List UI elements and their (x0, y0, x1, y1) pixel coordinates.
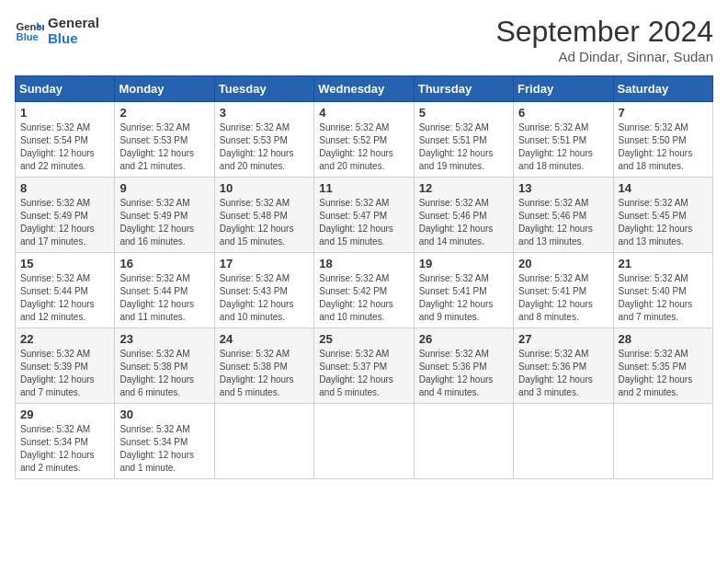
day-number: 17 (220, 257, 309, 270)
calendar-cell: 30Sunrise: 5:32 AM Sunset: 5:34 PM Dayli… (115, 404, 214, 479)
calendar-cell: 2Sunrise: 5:32 AM Sunset: 5:53 PM Daylig… (115, 102, 214, 178)
day-detail: Sunrise: 5:32 AM Sunset: 5:48 PM Dayligh… (220, 197, 309, 248)
calendar-cell: 22Sunrise: 5:32 AM Sunset: 5:39 PM Dayli… (16, 328, 115, 404)
calendar-cell: 27Sunrise: 5:32 AM Sunset: 5:36 PM Dayli… (514, 328, 613, 404)
day-number: 6 (518, 106, 608, 120)
day-detail: Sunrise: 5:32 AM Sunset: 5:44 PM Dayligh… (119, 272, 209, 324)
day-detail: Sunrise: 5:32 AM Sunset: 5:47 PM Dayligh… (319, 197, 408, 248)
calendar-cell: 7Sunrise: 5:32 AM Sunset: 5:50 PM Daylig… (613, 102, 712, 178)
day-detail: Sunrise: 5:32 AM Sunset: 5:40 PM Dayligh… (619, 272, 708, 324)
title-block: September 2024 Ad Dindar, Sinnar, Sudan (495, 15, 713, 64)
calendar-body: 1Sunrise: 5:32 AM Sunset: 5:54 PM Daylig… (16, 102, 713, 479)
calendar-cell: 14Sunrise: 5:32 AM Sunset: 5:45 PM Dayli… (613, 178, 712, 253)
header: General Blue General Blue September 2024… (15, 15, 713, 64)
day-number: 10 (220, 181, 309, 195)
day-number: 21 (619, 257, 708, 270)
day-number: 22 (20, 332, 109, 346)
calendar-cell: 11Sunrise: 5:32 AM Sunset: 5:47 PM Dayli… (314, 178, 414, 253)
day-detail: Sunrise: 5:32 AM Sunset: 5:54 PM Dayligh… (20, 121, 109, 173)
calendar-cell: 13Sunrise: 5:32 AM Sunset: 5:46 PM Dayli… (514, 178, 613, 253)
day-number: 16 (119, 257, 209, 270)
day-number: 1 (20, 106, 109, 120)
day-detail: Sunrise: 5:32 AM Sunset: 5:52 PM Dayligh… (319, 121, 408, 173)
day-number: 27 (518, 332, 608, 346)
day-detail: Sunrise: 5:32 AM Sunset: 5:39 PM Dayligh… (20, 348, 109, 399)
day-detail: Sunrise: 5:32 AM Sunset: 5:38 PM Dayligh… (220, 348, 309, 399)
day-number: 14 (619, 181, 708, 195)
day-number: 23 (119, 332, 209, 346)
day-number: 18 (319, 257, 408, 270)
day-detail: Sunrise: 5:32 AM Sunset: 5:41 PM Dayligh… (419, 272, 508, 324)
calendar-cell: 25Sunrise: 5:32 AM Sunset: 5:37 PM Dayli… (314, 328, 414, 404)
day-number: 2 (119, 106, 209, 120)
calendar-cell: 24Sunrise: 5:32 AM Sunset: 5:38 PM Dayli… (214, 328, 313, 404)
logo: General Blue General Blue (15, 15, 99, 46)
day-number: 5 (419, 106, 508, 120)
day-number: 30 (119, 408, 209, 421)
day-number: 9 (119, 181, 209, 195)
day-number: 28 (619, 332, 708, 346)
day-detail: Sunrise: 5:32 AM Sunset: 5:36 PM Dayligh… (419, 348, 508, 399)
calendar-cell (414, 404, 513, 479)
calendar-cell (314, 404, 414, 479)
day-number: 26 (419, 332, 508, 346)
weekday-header-saturday: Saturday (613, 76, 712, 102)
day-detail: Sunrise: 5:32 AM Sunset: 5:34 PM Dayligh… (119, 423, 209, 475)
calendar-cell (613, 404, 712, 479)
day-number: 11 (319, 181, 408, 195)
calendar-cell: 9Sunrise: 5:32 AM Sunset: 5:49 PM Daylig… (115, 178, 214, 253)
calendar-cell: 29Sunrise: 5:32 AM Sunset: 5:34 PM Dayli… (16, 404, 115, 479)
calendar-cell: 15Sunrise: 5:32 AM Sunset: 5:44 PM Dayli… (16, 253, 115, 328)
calendar-cell: 5Sunrise: 5:32 AM Sunset: 5:51 PM Daylig… (414, 102, 513, 178)
calendar-week-row: 22Sunrise: 5:32 AM Sunset: 5:39 PM Dayli… (16, 328, 713, 404)
logo-general: General (48, 15, 99, 30)
day-detail: Sunrise: 5:32 AM Sunset: 5:44 PM Dayligh… (20, 272, 109, 324)
calendar-table: SundayMondayTuesdayWednesdayThursdayFrid… (15, 75, 713, 479)
calendar-week-row: 15Sunrise: 5:32 AM Sunset: 5:44 PM Dayli… (16, 253, 713, 328)
calendar-cell: 8Sunrise: 5:32 AM Sunset: 5:49 PM Daylig… (16, 178, 115, 253)
day-number: 4 (319, 106, 408, 120)
day-number: 20 (518, 257, 608, 270)
day-detail: Sunrise: 5:32 AM Sunset: 5:41 PM Dayligh… (518, 272, 608, 324)
calendar-cell: 20Sunrise: 5:32 AM Sunset: 5:41 PM Dayli… (514, 253, 613, 328)
calendar-cell: 19Sunrise: 5:32 AM Sunset: 5:41 PM Dayli… (414, 253, 513, 328)
calendar-cell: 23Sunrise: 5:32 AM Sunset: 5:38 PM Dayli… (115, 328, 214, 404)
calendar-cell: 3Sunrise: 5:32 AM Sunset: 5:53 PM Daylig… (214, 102, 313, 178)
calendar-cell: 28Sunrise: 5:32 AM Sunset: 5:35 PM Dayli… (613, 328, 712, 404)
day-number: 3 (220, 106, 309, 120)
day-detail: Sunrise: 5:32 AM Sunset: 5:43 PM Dayligh… (220, 272, 309, 324)
day-detail: Sunrise: 5:32 AM Sunset: 5:51 PM Dayligh… (419, 121, 508, 173)
calendar-cell (514, 404, 613, 479)
day-detail: Sunrise: 5:32 AM Sunset: 5:51 PM Dayligh… (518, 121, 608, 173)
calendar-cell: 1Sunrise: 5:32 AM Sunset: 5:54 PM Daylig… (16, 102, 115, 178)
calendar-cell: 10Sunrise: 5:32 AM Sunset: 5:48 PM Dayli… (214, 178, 313, 253)
day-number: 12 (419, 181, 508, 195)
day-number: 13 (518, 181, 608, 195)
location-subtitle: Ad Dindar, Sinnar, Sudan (495, 49, 713, 64)
calendar-cell: 4Sunrise: 5:32 AM Sunset: 5:52 PM Daylig… (314, 102, 414, 178)
day-detail: Sunrise: 5:32 AM Sunset: 5:42 PM Dayligh… (319, 272, 408, 324)
calendar-cell: 17Sunrise: 5:32 AM Sunset: 5:43 PM Dayli… (214, 253, 313, 328)
calendar-week-row: 29Sunrise: 5:32 AM Sunset: 5:34 PM Dayli… (16, 404, 713, 479)
day-number: 19 (419, 257, 508, 270)
calendar-cell: 21Sunrise: 5:32 AM Sunset: 5:40 PM Dayli… (613, 253, 712, 328)
day-detail: Sunrise: 5:32 AM Sunset: 5:38 PM Dayligh… (119, 348, 209, 399)
logo-icon: General Blue (15, 16, 44, 45)
month-title: September 2024 (495, 15, 713, 49)
day-detail: Sunrise: 5:32 AM Sunset: 5:46 PM Dayligh… (419, 197, 508, 248)
day-number: 24 (220, 332, 309, 346)
weekday-header-friday: Friday (514, 76, 613, 102)
calendar-week-row: 8Sunrise: 5:32 AM Sunset: 5:49 PM Daylig… (16, 178, 713, 253)
weekday-header-thursday: Thursday (414, 76, 513, 102)
weekday-header-sunday: Sunday (16, 76, 115, 102)
day-number: 25 (319, 332, 408, 346)
weekday-header-tuesday: Tuesday (214, 76, 313, 102)
weekday-header-wednesday: Wednesday (314, 76, 414, 102)
day-detail: Sunrise: 5:32 AM Sunset: 5:53 PM Dayligh… (220, 121, 309, 173)
day-number: 8 (20, 181, 109, 195)
day-detail: Sunrise: 5:32 AM Sunset: 5:49 PM Dayligh… (20, 197, 109, 248)
calendar-cell: 18Sunrise: 5:32 AM Sunset: 5:42 PM Dayli… (314, 253, 414, 328)
logo-blue: Blue (48, 30, 99, 46)
calendar-cell (214, 404, 313, 479)
day-detail: Sunrise: 5:32 AM Sunset: 5:45 PM Dayligh… (619, 197, 708, 248)
